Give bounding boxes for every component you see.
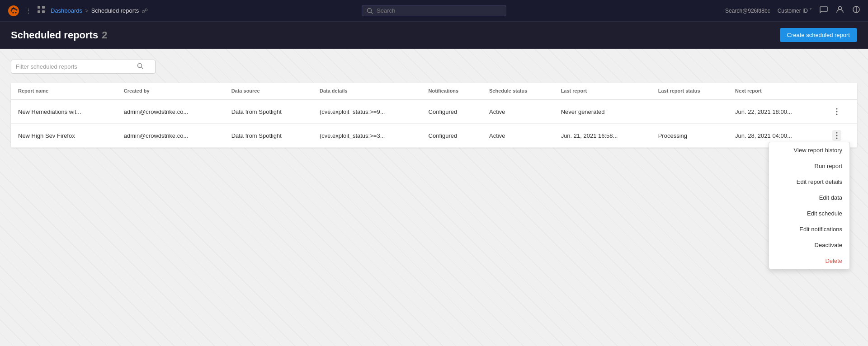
page-title-text: Scheduled reports xyxy=(11,29,98,41)
filter-input-wrapper xyxy=(11,60,156,74)
grid-icon[interactable] xyxy=(37,5,45,16)
col-actions xyxy=(825,83,857,99)
svg-point-11 xyxy=(836,114,838,115)
col-last-report: Last report xyxy=(554,83,651,99)
last-report-status-cell xyxy=(651,99,728,124)
svg-point-10 xyxy=(836,111,838,112)
col-next-report: Next report xyxy=(728,83,825,99)
actions-cell-row2: View report history Run report Edit repo… xyxy=(825,124,857,148)
nav-logo xyxy=(7,5,20,17)
page-title-container: Scheduled reports 2 xyxy=(11,29,107,41)
filter-scheduled-reports-input[interactable] xyxy=(16,63,133,70)
breadcrumb-dashboards[interactable]: Dashboards xyxy=(51,7,82,14)
col-schedule-status: Schedule status xyxy=(482,83,554,99)
search-input[interactable] xyxy=(377,7,485,14)
bookmark-icon[interactable]: ☍ xyxy=(142,7,148,14)
main-content: Report name Created by Data source Data … xyxy=(0,49,868,346)
user-icon-button[interactable] xyxy=(835,5,844,16)
filter-search-icon xyxy=(137,63,143,70)
data-details-cell: (cve.exploit_status:>=9... xyxy=(312,99,421,124)
top-nav: ⋮ Dashboards > Scheduled reports ☍ Searc… xyxy=(0,0,868,22)
breadcrumb-current: Scheduled reports xyxy=(91,7,139,14)
last-report-cell: Never generated xyxy=(554,99,651,124)
report-name-cell: New Remediations wit... xyxy=(11,99,117,124)
col-last-report-status: Last report status xyxy=(651,83,728,99)
customer-id-label: Customer ID xyxy=(778,8,808,14)
data-details-cell: (cve.exploit_status:>=3... xyxy=(312,124,421,148)
row1-more-actions-button[interactable] xyxy=(832,106,841,117)
table-row: New High Sev Firefox admin@crowdstrike.c… xyxy=(11,124,857,148)
svg-point-13 xyxy=(836,135,838,136)
context-menu-item-deactivate[interactable]: Deactivate xyxy=(769,237,849,253)
nav-right: Search@926fd8bc Customer ID ˅ xyxy=(725,5,861,16)
schedule-status-cell: Active xyxy=(482,99,554,124)
create-scheduled-report-button[interactable]: Create scheduled report xyxy=(780,28,857,42)
svg-point-12 xyxy=(836,132,838,134)
global-search-bar xyxy=(362,5,506,16)
subheader: Scheduled reports 2 Create scheduled rep… xyxy=(0,22,868,49)
context-menu-item-edit-schedule[interactable]: Edit schedule xyxy=(769,206,849,221)
col-created-by: Created by xyxy=(117,83,224,99)
col-report-name: Report name xyxy=(11,83,117,99)
breadcrumb: Dashboards > Scheduled reports ☍ xyxy=(51,7,148,14)
context-menu-item-edit-notifications[interactable]: Edit notifications xyxy=(769,221,849,237)
context-menu-item-edit-data[interactable]: Edit data xyxy=(769,190,849,206)
schedule-status-cell: Active xyxy=(482,124,554,148)
svg-rect-3 xyxy=(42,10,45,13)
notifications-cell: Configured xyxy=(421,124,482,148)
col-data-details: Data details xyxy=(312,83,421,99)
next-report-cell: Jun. 22, 2021 18:00... xyxy=(728,99,825,124)
svg-rect-1 xyxy=(42,6,45,9)
crowdstrike-logo-icon xyxy=(7,5,20,17)
reports-table: Report name Created by Data source Data … xyxy=(11,83,857,148)
page-title-count: 2 xyxy=(102,29,107,41)
report-name-cell: New High Sev Firefox xyxy=(11,124,117,148)
context-menu: View report history Run report Edit repo… xyxy=(769,142,850,269)
svg-rect-2 xyxy=(38,10,40,13)
three-dots-icon[interactable]: ⋮ xyxy=(25,7,32,14)
table-header: Report name Created by Data source Data … xyxy=(11,83,857,99)
last-report-status-cell: Processing xyxy=(651,124,728,148)
col-data-source: Data source xyxy=(224,83,312,99)
context-menu-item-run-report[interactable]: Run report xyxy=(769,158,849,174)
customer-id-dropdown[interactable]: Customer ID ˅ xyxy=(778,8,812,14)
svg-line-8 xyxy=(142,67,143,69)
user-email: Search@926fd8bc xyxy=(725,8,770,14)
svg-line-5 xyxy=(371,12,373,14)
customer-id-chevron: ˅ xyxy=(809,8,812,14)
data-source-cell: Data from Spotlight xyxy=(224,124,312,148)
created-by-cell: admin@crowdstrike.co... xyxy=(117,99,224,124)
context-menu-item-delete[interactable]: Delete xyxy=(769,253,849,269)
context-menu-item-view-history[interactable]: View report history xyxy=(769,142,849,158)
svg-point-9 xyxy=(836,108,838,110)
theme-toggle-icon-button[interactable] xyxy=(852,5,861,16)
search-icon xyxy=(367,8,373,14)
filter-bar xyxy=(11,60,857,74)
row2-more-actions-button[interactable] xyxy=(832,130,841,141)
context-menu-item-edit-report-details[interactable]: Edit report details xyxy=(769,174,849,190)
actions-cell-row1 xyxy=(825,99,857,124)
created-by-cell: admin@crowdstrike.co... xyxy=(117,124,224,148)
svg-rect-0 xyxy=(38,6,40,9)
last-report-cell: Jun. 21, 2021 16:58... xyxy=(554,124,651,148)
messages-icon-button[interactable] xyxy=(819,5,828,16)
reports-table-container: Report name Created by Data source Data … xyxy=(11,83,857,148)
table-body: New Remediations wit... admin@crowdstrik… xyxy=(11,99,857,148)
table-row: New Remediations wit... admin@crowdstrik… xyxy=(11,99,857,124)
data-source-cell: Data from Spotlight xyxy=(224,99,312,124)
col-notifications: Notifications xyxy=(421,83,482,99)
svg-point-14 xyxy=(836,138,838,139)
notifications-cell: Configured xyxy=(421,99,482,124)
breadcrumb-separator: > xyxy=(85,7,89,14)
